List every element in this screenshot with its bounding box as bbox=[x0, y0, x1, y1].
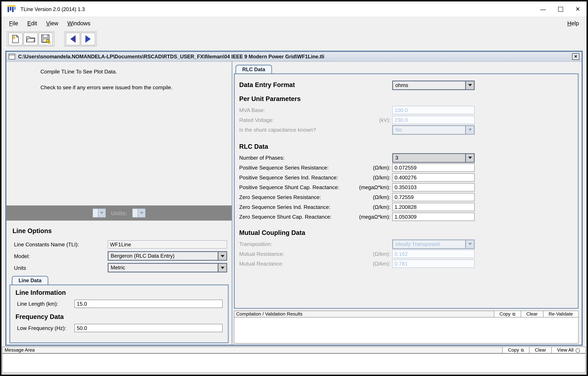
zero-seq-series-ind-reactance-field[interactable] bbox=[392, 203, 475, 211]
low-frequency-row: Low Frequency (Hz): bbox=[17, 324, 223, 332]
number-of-phases-label: Number of Phases: bbox=[239, 155, 389, 161]
open-file-button[interactable] bbox=[23, 33, 38, 45]
message-copy-button[interactable]: Copy ⧉ bbox=[502, 347, 529, 353]
chevron-down-icon bbox=[468, 157, 472, 159]
plot-and-options-panel: Compile TLine To See Plot Data. Check to… bbox=[7, 62, 232, 345]
line-constants-name-row: Line Constants Name (TLI): bbox=[14, 240, 227, 249]
message-area-title: Message Area bbox=[3, 347, 35, 353]
toolbar bbox=[1, 30, 587, 48]
model-dropdown[interactable]: Bergeron (RLC Data Entry) bbox=[108, 251, 227, 261]
rlc-data-title: RLC Data bbox=[239, 143, 573, 151]
low-frequency-label: Low Frequency (Hz): bbox=[17, 325, 74, 331]
line-data-panel: Line Information Line Length (km): Frequ… bbox=[10, 285, 229, 343]
plot-units-label: Units: bbox=[111, 210, 127, 216]
mutual-resistance-row: Mutual Resistance: (Ω/km): bbox=[239, 249, 573, 259]
mutual-reactance-row: Mutual Reactance: (Ω/km): bbox=[239, 259, 573, 269]
pos-seq-series-resistance-row: Positive Sequence Series Resistance: (Ω/… bbox=[239, 163, 573, 173]
menu-file[interactable]: File bbox=[9, 20, 18, 27]
menu-view[interactable]: View bbox=[46, 20, 58, 27]
new-file-icon bbox=[11, 34, 20, 44]
window-controls: — ✕ bbox=[534, 1, 587, 17]
menu-help[interactable]: Help bbox=[567, 20, 579, 27]
frequency-data-title: Frequency Data bbox=[16, 313, 223, 321]
per-unit-parameters-title: Per Unit Parameters bbox=[239, 95, 573, 103]
zero-seq-series-ind-reactance-row: Zero Sequence Series Ind. Reactance: (Ω/… bbox=[239, 202, 573, 212]
transposition-dropdown: Ideally Transposed bbox=[392, 239, 475, 249]
tab-rlc-data[interactable]: RLC Data bbox=[235, 65, 272, 74]
plot-combo-right[interactable] bbox=[132, 209, 146, 218]
chevron-down-icon bbox=[220, 266, 224, 269]
revalidate-button[interactable]: Re-Validate bbox=[543, 311, 578, 317]
model-row: Model: Bergeron (RLC Data Entry) bbox=[14, 251, 227, 261]
document-path: C:\Users\snomandela.NOMANDELA-LP\Documen… bbox=[18, 54, 324, 59]
nav-toolbar-group bbox=[64, 31, 97, 46]
zero-seq-shunt-cap-reactance-row: Zero Sequence Shunt Cap. Reactance: (meg… bbox=[239, 212, 573, 222]
line-constants-name-label: Line Constants Name (TLI): bbox=[14, 241, 106, 247]
compilation-results-area[interactable] bbox=[234, 317, 578, 344]
compile-hint-line2: Check to see if any errors were issued f… bbox=[41, 84, 173, 90]
scale-wrapper: TLine Version 2.0 (2014) 1.3 — ✕ File Ed… bbox=[0, 0, 588, 376]
forward-arrow-icon bbox=[85, 35, 91, 43]
close-button[interactable]: ✕ bbox=[569, 1, 587, 17]
tab-line-data[interactable]: Line Data bbox=[12, 276, 48, 285]
pos-seq-series-ind-reactance-row: Positive Sequence Series Ind. Reactance:… bbox=[239, 172, 573, 182]
compilation-clear-button[interactable]: Clear bbox=[521, 311, 543, 317]
save-icon bbox=[41, 34, 50, 44]
chevron-down-icon bbox=[468, 84, 472, 86]
app-window: TLine Version 2.0 (2014) 1.3 — ✕ File Ed… bbox=[0, 0, 588, 376]
copy-icon: ⧉ bbox=[512, 312, 515, 317]
document-title-bar[interactable]: C:\Users\snomandela.NOMANDELA-LP\Documen… bbox=[7, 52, 582, 62]
compilation-copy-button[interactable]: Copy ⧉ bbox=[494, 311, 521, 317]
rated-voltage-unit: (kV): bbox=[379, 117, 391, 123]
rated-voltage-field bbox=[392, 116, 475, 124]
plot-combo-left[interactable] bbox=[93, 209, 106, 218]
mutual-reactance-field bbox=[392, 260, 475, 268]
document-close-button[interactable]: ✕ bbox=[572, 53, 579, 60]
maximize-button[interactable] bbox=[552, 1, 569, 17]
menu-windows[interactable]: Windows bbox=[67, 20, 90, 27]
pos-seq-series-resistance-field[interactable] bbox=[392, 163, 475, 172]
transposition-label: Transposition: bbox=[239, 241, 389, 247]
pos-seq-shunt-cap-reactance-field[interactable] bbox=[392, 183, 475, 191]
window-title: TLine Version 2.0 (2014) 1.3 bbox=[21, 6, 85, 12]
shunt-capacitance-known-row: Is the shunt capacitance known? No bbox=[239, 125, 573, 135]
chevron-down-icon bbox=[468, 243, 472, 245]
number-of-phases-dropdown[interactable]: 3 bbox=[392, 153, 475, 163]
mva-base-row: MVA Base: bbox=[239, 105, 573, 115]
zero-seq-shunt-cap-reactance-field[interactable] bbox=[392, 213, 475, 221]
chevron-down-icon bbox=[220, 255, 224, 257]
compile-hint-line1: Compile TLine To See Plot Data. bbox=[41, 68, 117, 75]
shunt-capacitance-known-dropdown: No bbox=[392, 125, 475, 134]
message-view-all-button[interactable]: View All ◯ bbox=[551, 347, 586, 353]
plot-units-bar: Units: bbox=[7, 206, 232, 221]
line-length-field[interactable] bbox=[74, 300, 223, 308]
zero-seq-series-resistance-field[interactable] bbox=[392, 193, 475, 201]
forward-button[interactable] bbox=[81, 33, 95, 45]
save-button[interactable] bbox=[39, 33, 53, 45]
message-area-content[interactable] bbox=[2, 354, 586, 373]
model-label: Model: bbox=[14, 253, 106, 259]
line-constants-name-field[interactable] bbox=[108, 240, 227, 249]
message-clear-button[interactable]: Clear bbox=[529, 347, 551, 353]
copy-icon: ⧉ bbox=[521, 347, 524, 353]
new-file-button[interactable] bbox=[8, 33, 23, 45]
line-options-title: Line Options bbox=[12, 227, 52, 235]
shunt-capacitance-known-label: Is the shunt capacitance known? bbox=[239, 127, 389, 133]
units-dropdown[interactable]: Metric bbox=[108, 263, 227, 273]
tline-document-frame: C:\Users\snomandela.NOMANDELA-LP\Documen… bbox=[5, 51, 583, 346]
chevron-down-icon bbox=[140, 212, 144, 214]
rated-voltage-row: Rated Voltage: (kV): bbox=[239, 115, 573, 125]
back-button[interactable] bbox=[66, 33, 80, 45]
menu-bar: File Edit View Windows Help bbox=[1, 17, 587, 30]
low-frequency-field[interactable] bbox=[74, 324, 223, 332]
open-folder-icon bbox=[26, 35, 35, 43]
minimize-button[interactable]: — bbox=[534, 1, 552, 17]
data-entry-format-dropdown[interactable]: ohms bbox=[392, 80, 475, 90]
title-bar: TLine Version 2.0 (2014) 1.3 — ✕ bbox=[1, 1, 587, 17]
menu-edit[interactable]: Edit bbox=[27, 20, 37, 27]
document-content: Compile TLine To See Plot Data. Check to… bbox=[7, 62, 582, 345]
units-row: Units Metric bbox=[14, 263, 227, 273]
pos-seq-series-ind-reactance-field[interactable] bbox=[392, 173, 475, 182]
mva-base-label: MVA Base: bbox=[239, 107, 389, 113]
units-label: Units bbox=[14, 265, 106, 271]
